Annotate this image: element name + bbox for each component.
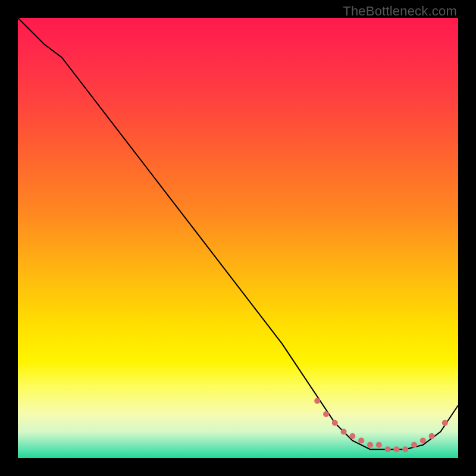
curve-layer [18, 18, 458, 458]
data-point [411, 442, 417, 448]
data-point [367, 442, 373, 448]
marker-group [314, 398, 448, 452]
plot-area [18, 18, 458, 458]
data-point [393, 446, 399, 452]
data-point [376, 442, 382, 448]
data-point [385, 446, 391, 452]
data-point [332, 420, 338, 426]
data-point [341, 429, 347, 435]
data-point [402, 446, 408, 452]
data-point [358, 437, 364, 443]
data-point [314, 398, 320, 404]
data-point [429, 433, 435, 439]
chart-frame: TheBottleneck.com [0, 0, 476, 476]
data-point [442, 420, 448, 426]
data-point [349, 433, 355, 439]
watermark-text: TheBottleneck.com [343, 4, 457, 19]
data-point [323, 411, 329, 417]
data-point [420, 437, 426, 443]
bottleneck-curve [18, 18, 458, 449]
